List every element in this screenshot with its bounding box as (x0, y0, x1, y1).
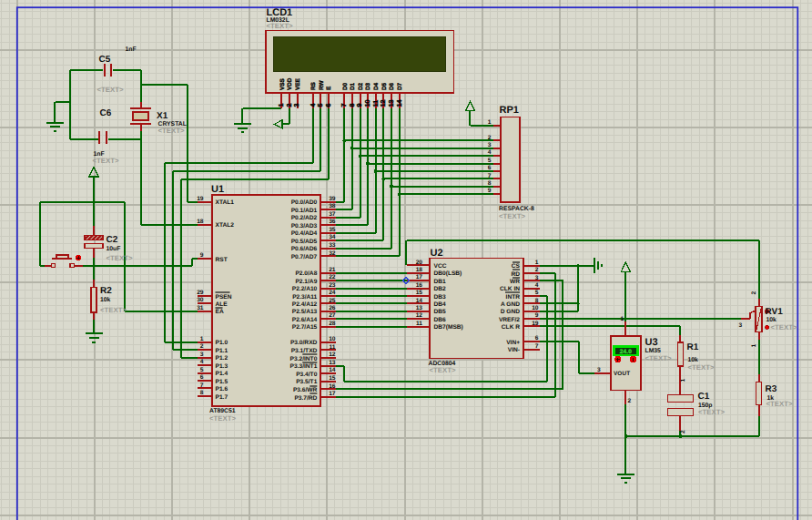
svg-text:2: 2 (488, 135, 492, 141)
svg-text:RW: RW (319, 80, 325, 90)
svg-text:WR: WR (510, 279, 520, 285)
svg-text:VCC: VCC (434, 263, 447, 270)
svg-text:7: 7 (488, 173, 492, 179)
svg-text:P3.1/TXD: P3.1/TXD (291, 348, 318, 354)
svg-text:<TEXT>: <TEXT> (499, 212, 525, 220)
svg-text:DB4: DB4 (434, 301, 447, 308)
svg-text:9: 9 (535, 312, 539, 319)
svg-text:30: 30 (197, 297, 204, 303)
svg-text:14: 14 (416, 298, 423, 304)
svg-text:P1.1: P1.1 (216, 348, 228, 354)
svg-text:P2.6/A14: P2.6/A14 (292, 317, 318, 323)
svg-text:39: 39 (329, 196, 336, 202)
svg-text:38: 38 (329, 203, 336, 209)
svg-text:<TEXT>: <TEXT> (766, 400, 793, 408)
svg-text:1: 1 (200, 336, 204, 342)
svg-text:11: 11 (330, 344, 336, 351)
svg-text:RST: RST (216, 257, 228, 263)
svg-text:15: 15 (416, 290, 423, 296)
svg-text:VDD: VDD (287, 77, 293, 90)
svg-text:<TEXT>: <TEXT> (688, 363, 715, 372)
svg-text:3: 3 (739, 322, 743, 329)
svg-text:E: E (326, 86, 332, 90)
svg-text:DB5: DB5 (434, 309, 447, 315)
svg-text:P2.3/A11: P2.3/A11 (292, 294, 317, 301)
svg-text:5: 5 (535, 290, 539, 296)
svg-text:8: 8 (200, 390, 204, 396)
svg-text:P3.3/INT1: P3.3/INT1 (290, 363, 318, 370)
svg-text:5: 5 (200, 367, 204, 373)
svg-text:3: 3 (488, 142, 492, 148)
svg-text:11: 11 (371, 100, 380, 107)
svg-text:C2: C2 (107, 235, 118, 245)
svg-text:10: 10 (329, 336, 336, 342)
svg-text:6: 6 (200, 374, 204, 381)
svg-text:P3.6/WR: P3.6/WR (293, 387, 318, 393)
svg-text:<TEXT>: <TEXT> (645, 354, 672, 362)
svg-text:P2.2/A10: P2.2/A10 (292, 286, 318, 292)
svg-text:3: 3 (597, 367, 601, 373)
svg-text:VREF/2: VREF/2 (499, 317, 520, 323)
svg-text:DB3: DB3 (434, 294, 447, 301)
svg-text:21: 21 (329, 267, 336, 273)
svg-text:9: 9 (200, 252, 204, 259)
svg-text:<TEXT>: <TEXT> (158, 127, 185, 135)
svg-text:1: 1 (751, 344, 757, 348)
svg-text:P1.6: P1.6 (216, 386, 228, 393)
svg-text:37: 37 (329, 211, 336, 218)
svg-text:15: 15 (329, 375, 336, 382)
svg-text:10uF: 10uF (107, 246, 121, 252)
svg-text:9: 9 (488, 188, 492, 194)
svg-text:RP1: RP1 (500, 105, 519, 116)
svg-text:P2.5/A13: P2.5/A13 (292, 309, 318, 315)
svg-text:4: 4 (535, 282, 539, 289)
svg-text:CLK IN: CLK IN (500, 286, 520, 292)
svg-text:4: 4 (200, 359, 204, 365)
svg-text:P2.4/A12: P2.4/A12 (292, 301, 318, 308)
svg-text:3: 3 (200, 352, 204, 358)
svg-text:VIN-: VIN- (508, 347, 520, 353)
svg-text:25: 25 (329, 298, 336, 304)
svg-text:2: 2 (680, 430, 686, 433)
svg-text:P1.4: P1.4 (216, 371, 228, 377)
svg-text:6: 6 (324, 103, 332, 107)
svg-text:<TEXT>: <TEXT> (267, 22, 293, 30)
svg-text:P1.0: P1.0 (216, 340, 228, 346)
svg-text:10k: 10k (100, 297, 111, 303)
svg-text:C5: C5 (99, 55, 111, 65)
svg-text:P0.5/AD5: P0.5/AD5 (291, 239, 318, 245)
svg-text:RS: RS (310, 81, 317, 90)
svg-text:16: 16 (329, 383, 336, 390)
svg-text:D GND: D GND (501, 309, 520, 315)
svg-text:P0.7/AD7: P0.7/AD7 (291, 254, 318, 260)
svg-text:R1: R1 (687, 342, 699, 352)
svg-text:P2.1/A9: P2.1/A9 (295, 279, 317, 285)
svg-text:6: 6 (488, 165, 492, 171)
svg-text:VEE: VEE (295, 77, 301, 90)
svg-text:U3: U3 (645, 337, 658, 348)
svg-text:3: 3 (535, 275, 539, 281)
svg-text:7: 7 (200, 382, 204, 389)
svg-text:P3.0/RXD: P3.0/RXD (290, 340, 318, 346)
svg-text:P3.5/T1: P3.5/T1 (296, 379, 317, 385)
svg-text:XTAL1: XTAL1 (216, 199, 235, 206)
svg-text:4: 4 (488, 149, 492, 156)
svg-text:P3.7/RD: P3.7/RD (294, 395, 317, 402)
svg-text:19: 19 (197, 196, 204, 202)
svg-text:1nF: 1nF (126, 46, 137, 53)
svg-text:P3.2/INT0: P3.2/INT0 (290, 356, 318, 362)
svg-text:14: 14 (329, 367, 336, 373)
svg-text:35: 35 (329, 227, 336, 233)
svg-text:D4: D4 (373, 82, 380, 90)
svg-text:31: 31 (197, 305, 204, 311)
svg-text:24: 24 (329, 290, 336, 296)
svg-text:P0.4/AD4: P0.4/AD4 (291, 230, 318, 237)
svg-text:1: 1 (621, 316, 624, 322)
svg-text:P0.1/AD1: P0.1/AD1 (291, 208, 318, 214)
svg-text:VIN+: VIN+ (506, 340, 520, 346)
svg-text:20: 20 (416, 260, 423, 266)
svg-text:P2.0/A8: P2.0/A8 (295, 270, 317, 277)
svg-text:23: 23 (329, 282, 336, 289)
svg-text:29: 29 (197, 290, 204, 296)
svg-text:5: 5 (488, 158, 492, 164)
